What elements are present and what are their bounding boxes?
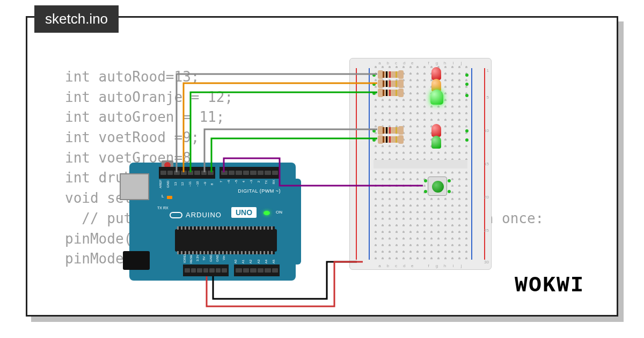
- resistor-5: [379, 136, 402, 143]
- digital-header-right: [219, 167, 280, 179]
- led-auto-groen: [430, 90, 443, 105]
- rail-dot: [372, 138, 376, 142]
- rail-dot: [372, 129, 376, 133]
- breadboard: abcdefghij abcdefghij 1 5 10 15 20 25 30: [349, 58, 492, 270]
- rail-dot: [465, 74, 469, 77]
- power-jack: [123, 251, 150, 270]
- bb-row-15: 15: [484, 161, 489, 166]
- digital-section-label: DIGITAL (PWM ~): [238, 188, 281, 194]
- atmega-chip: [175, 229, 277, 252]
- bb-cols-top: abcdefghij: [376, 61, 465, 65]
- resistor-2: [379, 80, 402, 87]
- digital-header-left: [159, 167, 215, 179]
- txrx-labels: TX RX: [157, 205, 169, 211]
- arduino-board: AREFGND1312~11~10~98 7~6~54~32TXRX IOREF…: [129, 163, 296, 281]
- arduino-model: UNO: [231, 207, 257, 218]
- analog-header: [234, 264, 280, 276]
- bb-cols-bot: abcdefghij: [376, 263, 465, 268]
- rail-dot: [372, 92, 376, 95]
- led-voet-groen: [431, 136, 441, 149]
- arduino-brand: ARDUINO: [170, 211, 222, 219]
- rail-dot: [465, 138, 469, 142]
- arduino-logo-icon: [170, 212, 182, 218]
- pin-labels-top-left: AREFGND1312~11~10~98: [159, 180, 218, 188]
- bb-row-5: 5: [487, 95, 489, 100]
- rail-dot: [465, 94, 469, 97]
- bb-row-10: 10: [484, 128, 489, 133]
- rail-dot: [372, 83, 376, 86]
- bb-row-30: 30: [484, 260, 489, 264]
- resistor-1: [379, 71, 402, 78]
- led-l-label: L: [162, 194, 164, 199]
- resistor-3: [379, 90, 402, 96]
- pushbutton[interactable]: [428, 177, 447, 196]
- bb-row-1: 1: [487, 68, 489, 73]
- power-rail-left: [354, 65, 371, 263]
- wokwi-logo: WOKWI: [515, 274, 584, 298]
- rail-dot: [465, 83, 469, 86]
- preview-card: int autoRood=13; int autoOranje = 12; in…: [26, 16, 618, 317]
- pin-labels-analog: A0A1A2A3A4A5: [234, 260, 280, 263]
- rail-dot: [372, 74, 376, 77]
- power-led-icon: [264, 211, 270, 215]
- pin-labels-top-right: 7~6~54~32TXRX: [219, 180, 280, 184]
- bb-row-25: 25: [484, 228, 489, 233]
- power-led-label: ON: [276, 210, 282, 215]
- rail-dot: [465, 129, 469, 133]
- led-voet-rood: [431, 124, 441, 137]
- usb-port: [120, 173, 149, 200]
- power-header: [183, 264, 229, 276]
- led-l-icon: [167, 196, 172, 199]
- filename-tab[interactable]: sketch.ino: [34, 5, 119, 33]
- resistor-4: [379, 127, 402, 134]
- led-auto-rood: [431, 67, 441, 80]
- bb-row-20: 20: [484, 195, 489, 200]
